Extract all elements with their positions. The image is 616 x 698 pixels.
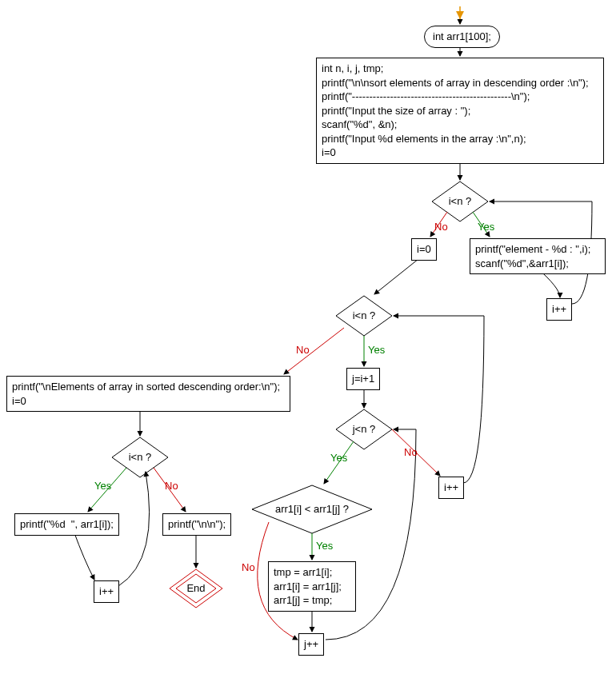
label-no-3: No xyxy=(404,446,418,458)
swap-block: tmp = arr1[i]; arr1[i] = arr1[j]; arr1[j… xyxy=(268,561,356,612)
cond1-text: i<n ? xyxy=(449,195,472,207)
read-element-block: printf("element - %d : ",i); scanf("%d",… xyxy=(470,238,606,274)
end-text: End xyxy=(186,582,205,594)
start-node: int arr1[100]; xyxy=(424,26,500,48)
label-yes-3: Yes xyxy=(330,452,347,464)
cond5-text: i<n ? xyxy=(129,451,152,463)
print-header: printf("\nElements of array in sorted de… xyxy=(6,376,290,412)
reset-i: i=0 xyxy=(411,238,437,261)
label-no-1: No xyxy=(434,221,448,233)
inc-j: j++ xyxy=(298,633,324,656)
svg-marker-1 xyxy=(456,11,464,19)
init-block: int n, i, j, tmp; printf("\n\nsort eleme… xyxy=(316,58,604,164)
label-no-4: No xyxy=(242,561,255,573)
label-no-5: No xyxy=(165,480,178,492)
print-element: printf("%d ", arr1[i]); xyxy=(14,513,119,536)
inc-i-1: i++ xyxy=(546,298,572,321)
label-no-2: No xyxy=(296,344,310,356)
inc-i-3: i++ xyxy=(94,580,119,603)
cond4-text: arr1[i] < arr1[j] ? xyxy=(275,503,349,515)
label-yes-1: Yes xyxy=(478,221,494,233)
label-yes-4: Yes xyxy=(316,540,333,552)
init-j: j=i+1 xyxy=(346,368,380,390)
cond2-text: i<n ? xyxy=(353,309,376,321)
inc-i-2: i++ xyxy=(438,477,464,499)
cond3-text: j<n ? xyxy=(352,423,376,435)
print-newlines: printf("\n\n"); xyxy=(162,513,231,536)
label-yes-5: Yes xyxy=(94,480,111,492)
label-yes-2: Yes xyxy=(368,344,385,356)
